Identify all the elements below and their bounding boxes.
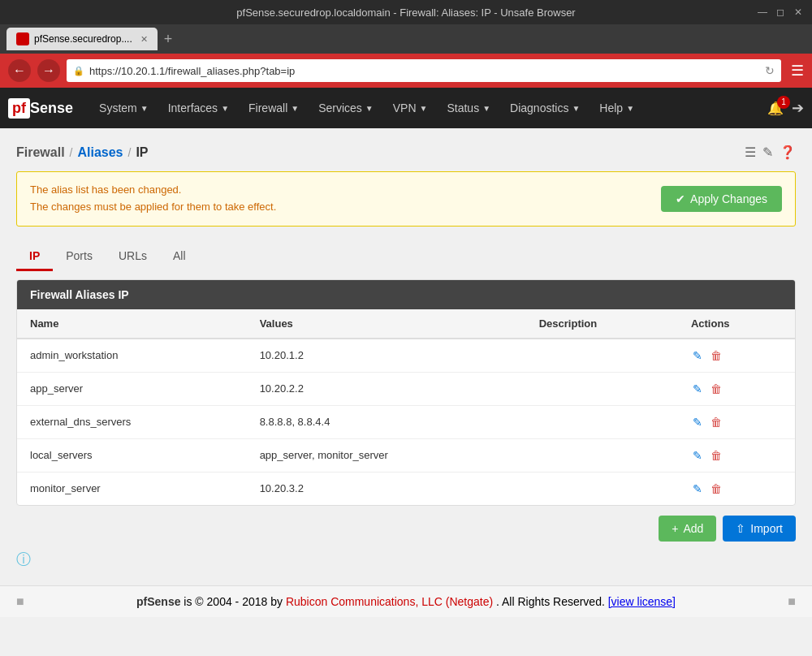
chevron-down-icon: ▼ [626, 104, 634, 113]
breadcrumb-aliases-link[interactable]: Aliases [77, 145, 123, 160]
tab-ports[interactable]: Ports [53, 243, 106, 271]
nav-diagnostics[interactable]: Diagnostics ▼ [500, 90, 590, 126]
cell-description [526, 372, 678, 405]
info-icon[interactable]: ⓘ [16, 550, 796, 569]
upload-icon: ⇧ [736, 522, 745, 535]
restore-button[interactable]: ◻ [775, 6, 786, 18]
minimize-button[interactable]: — [757, 6, 768, 18]
apply-changes-label: Apply Changes [690, 192, 767, 205]
nav-interfaces[interactable]: Interfaces ▼ [158, 90, 239, 126]
logo: pfSense [8, 98, 73, 119]
import-alias-button[interactable]: ⇧ Import [723, 516, 796, 542]
alias-type-tabs: IP Ports URLs All [16, 243, 796, 271]
titlebar: pfSense.securedrop.localdomain - Firewal… [0, 0, 812, 24]
footer-license-link[interactable]: [view license] [608, 595, 676, 608]
notification-bell-icon[interactable]: 🔔 1 [767, 101, 784, 116]
col-description: Description [526, 309, 678, 339]
edit-alias-button[interactable]: ✎ [691, 414, 704, 430]
aliases-table-container: Firewall Aliases IP Name Values Descript… [16, 279, 796, 506]
apply-changes-button[interactable]: ✔ Apply Changes [661, 186, 782, 212]
delete-alias-button[interactable]: 🗑 [709, 347, 723, 364]
nav-help[interactable]: Help ▼ [590, 90, 644, 126]
breadcrumb-firewall: Firewall [16, 145, 65, 160]
aliases-table: Name Values Description Actions admin_wo… [17, 309, 795, 505]
edit-alias-button[interactable]: ✎ [691, 347, 704, 364]
cell-description [526, 405, 678, 438]
chevron-down-icon: ▼ [291, 104, 299, 113]
table-row: external_dns_servers 8.8.8.8, 8.8.4.4 ✎ … [17, 405, 795, 438]
table-section-title: Firewall Aliases IP [17, 280, 795, 309]
cell-description [526, 472, 678, 505]
nav-system[interactable]: System ▼ [89, 90, 158, 126]
forward-button[interactable]: → [37, 59, 60, 82]
chevron-down-icon: ▼ [420, 104, 428, 113]
breadcrumb-sep-1: / [70, 146, 73, 159]
cell-actions: ✎ 🗑 [678, 472, 795, 505]
logo-pf: pf [8, 98, 30, 119]
tab-title: pfSense.securedrop.... [34, 33, 132, 45]
nav-vpn[interactable]: VPN ▼ [383, 90, 438, 126]
tab-close-button[interactable]: ✕ [140, 34, 148, 45]
chart-icon[interactable]: ✎ [762, 145, 773, 160]
cell-description [526, 339, 678, 373]
browser-menu-button[interactable]: ☰ [791, 62, 804, 80]
table-header-row: Name Values Description Actions [17, 309, 795, 339]
cell-description [526, 438, 678, 472]
delete-alias-button[interactable]: 🗑 [709, 381, 723, 397]
nav-firewall[interactable]: Firewall ▼ [239, 90, 309, 126]
new-tab-button[interactable]: + [164, 31, 173, 48]
navigation-bar: pfSense System ▼ Interfaces ▼ Firewall ▼… [0, 88, 812, 128]
delete-alias-button[interactable]: 🗑 [709, 447, 723, 464]
chevron-down-icon: ▼ [221, 104, 229, 113]
logout-icon[interactable]: ➔ [792, 99, 804, 117]
breadcrumb-ip: IP [136, 145, 148, 160]
tab-all[interactable]: All [160, 243, 199, 271]
breadcrumb: Firewall / Aliases / IP ☰ ✎ ❓ [16, 145, 796, 160]
cell-name: external_dns_servers [17, 405, 247, 438]
tab-favicon [16, 32, 29, 45]
nav-status[interactable]: Status ▼ [437, 90, 500, 126]
footer-copyright: is © 2004 - 2018 by [184, 595, 283, 608]
nav-right: 🔔 1 ➔ [767, 99, 804, 117]
help-icon[interactable]: ❓ [780, 145, 796, 160]
back-button[interactable]: ← [8, 59, 31, 82]
delete-alias-button[interactable]: 🗑 [709, 481, 723, 497]
nav-items: System ▼ Interfaces ▼ Firewall ▼ Service… [89, 90, 767, 126]
cell-values: 10.20.1.2 [247, 339, 526, 373]
footer-brand: pfSense [136, 595, 180, 608]
chevron-down-icon: ▼ [482, 104, 490, 113]
alert-line-2: The changes must be applied for them to … [30, 199, 276, 216]
cell-values: 10.20.2.2 [247, 372, 526, 405]
chevron-down-icon: ▼ [365, 104, 374, 113]
footer-left-icon: ■ [16, 594, 24, 609]
add-alias-button[interactable]: + Add [659, 516, 716, 542]
cell-actions: ✎ 🗑 [678, 372, 795, 405]
settings-icon[interactable]: ☰ [745, 145, 756, 160]
plus-icon: + [672, 522, 678, 535]
tab-ip[interactable]: IP [16, 243, 53, 271]
edit-alias-button[interactable]: ✎ [691, 381, 704, 397]
addressbar: ← → 🔒 https://10.20.1.1/firewall_aliases… [0, 54, 812, 88]
url-bar[interactable]: 🔒 https://10.20.1.1/firewall_aliases.php… [67, 59, 781, 82]
main-content: Firewall / Aliases / IP ☰ ✎ ❓ The alias … [0, 128, 812, 585]
cell-name: local_servers [17, 438, 247, 472]
breadcrumb-sep-2: / [128, 146, 132, 159]
alert-text: The alias list has been changed. The cha… [30, 182, 276, 216]
delete-alias-button[interactable]: 🗑 [709, 414, 723, 430]
window-title: pfSense.securedrop.localdomain - Firewal… [236, 6, 575, 19]
cell-actions: ✎ 🗑 [678, 438, 795, 472]
close-button[interactable]: ✕ [793, 6, 804, 18]
reload-button[interactable]: ↻ [765, 64, 775, 77]
cell-actions: ✎ 🗑 [678, 339, 795, 373]
browser-tab[interactable]: pfSense.securedrop.... ✕ [6, 28, 158, 50]
nav-services[interactable]: Services ▼ [309, 90, 383, 126]
tab-urls[interactable]: URLs [106, 243, 160, 271]
edit-alias-button[interactable]: ✎ [691, 447, 704, 464]
aliases-table-body: admin_workstation 10.20.1.2 ✎ 🗑 app_serv… [17, 339, 795, 505]
alert-box: The alias list has been changed. The cha… [16, 171, 796, 227]
footer-rights: . All Rights Reserved. [496, 595, 605, 608]
cell-actions: ✎ 🗑 [678, 405, 795, 438]
breadcrumb-action-icons: ☰ ✎ ❓ [745, 145, 796, 160]
checkmark-icon: ✔ [676, 192, 685, 205]
edit-alias-button[interactable]: ✎ [691, 481, 704, 497]
